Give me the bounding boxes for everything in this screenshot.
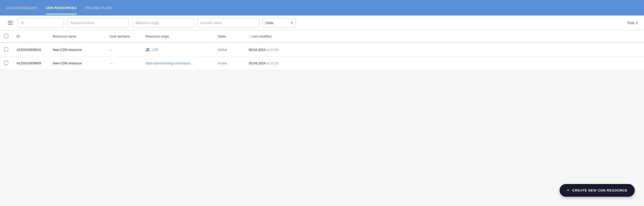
- row-last-modified: 08.04.2024 at 14:30: [245, 43, 644, 57]
- row-checkbox-0[interactable]: [4, 47, 8, 51]
- row-checkbox-1[interactable]: [4, 61, 8, 65]
- table-row: ACDN10009809New CDN resource— https://yo…: [0, 57, 644, 70]
- resource-origin-link[interactable]: https://yourhosting.com/anyca...: [146, 61, 210, 65]
- content-area: State Active Inactive ▼ Total: 2 ID Reso…: [0, 16, 644, 206]
- row-checkbox-cell[interactable]: [0, 57, 12, 70]
- modified-date: 05.04.2024: [249, 61, 266, 65]
- table-header-row: ID Resource name User domains Resource o…: [0, 30, 644, 43]
- resource-origin-filter-input[interactable]: [132, 18, 194, 27]
- modified-at: at: [267, 61, 269, 65]
- filter-toggle-button[interactable]: [6, 19, 14, 27]
- col-header-id: ID: [12, 30, 49, 43]
- group-icon: [146, 47, 151, 52]
- table-row: ACDN10009816New CDN resource— 123 Active…: [0, 43, 644, 57]
- filter-bar: State Active Inactive ▼ Total: 2: [0, 16, 644, 30]
- svg-point-3: [147, 48, 148, 50]
- row-state: Active: [214, 57, 245, 70]
- row-resource-name: New CDN resource: [49, 43, 105, 57]
- domain-name-filter-input[interactable]: [197, 18, 259, 27]
- modified-time: 14:30: [270, 48, 279, 52]
- row-id: ACDN10009816: [12, 43, 49, 57]
- select-all-checkbox[interactable]: [4, 34, 8, 38]
- col-header-last-modified[interactable]: ↓Last modified: [245, 30, 644, 43]
- row-resource-origin[interactable]: https://yourhosting.com/anyca...: [141, 57, 214, 70]
- table-body: ACDN10009816New CDN resource— 123 Active…: [0, 43, 644, 70]
- modified-time: 10:28: [270, 61, 279, 65]
- svg-point-4: [148, 48, 150, 49]
- row-user-domains: —: [105, 57, 141, 70]
- row-state: Active: [214, 43, 245, 57]
- row-resource-name: New CDN resource: [49, 57, 105, 70]
- svg-rect-2: [8, 24, 13, 25]
- col-header-resource-origin: Resource origin: [141, 30, 214, 43]
- create-button-label: CREATE NEW CDN RESOURCE: [572, 188, 627, 192]
- resource-origin-link[interactable]: 123: [146, 47, 210, 52]
- row-resource-origin[interactable]: 123: [141, 43, 214, 57]
- resources-table-container: ID Resource name User domains Resource o…: [0, 30, 644, 70]
- col-header-user-domains: User domains: [105, 30, 141, 43]
- row-user-domains: —: [105, 43, 141, 57]
- state-filter-select[interactable]: State Active Inactive: [262, 18, 296, 27]
- origin-text: https://yourhosting.com/anyca...: [146, 61, 193, 65]
- origin-text: 123: [152, 48, 158, 52]
- id-filter-input[interactable]: [18, 18, 64, 27]
- create-button-container: + CREATE NEW CDN RESOURCE: [560, 184, 635, 197]
- top-navigation: CDN DASHBOARD CDN RESOURCES PRICING PLAN…: [0, 0, 644, 16]
- modified-at: at: [267, 48, 269, 52]
- plus-icon: +: [567, 188, 570, 193]
- nav-cdn-dashboard[interactable]: CDN DASHBOARD: [6, 1, 37, 14]
- nav-cdn-resources[interactable]: CDN RESOURCES: [46, 1, 77, 14]
- row-id: ACDN10009809: [12, 57, 49, 70]
- svg-rect-1: [8, 22, 13, 23]
- modified-date: 08.04.2024: [249, 48, 266, 52]
- col-header-resource-name: Resource name: [49, 30, 105, 43]
- total-count-label: Total: 2: [627, 21, 638, 25]
- svg-rect-0: [8, 21, 13, 21]
- sort-down-icon: ↓: [249, 35, 250, 38]
- nav-pricing-plans[interactable]: PRICING PLANS: [85, 1, 113, 14]
- state-filter-wrapper: State Active Inactive ▼: [262, 18, 296, 27]
- resources-table: ID Resource name User domains Resource o…: [0, 30, 644, 70]
- row-checkbox-cell[interactable]: [0, 43, 12, 57]
- create-cdn-resource-button[interactable]: + CREATE NEW CDN RESOURCE: [560, 184, 635, 197]
- col-header-state: State: [214, 30, 245, 43]
- resource-name-filter-input[interactable]: [67, 18, 129, 27]
- row-last-modified: 05.04.2024 at 10:28: [245, 57, 644, 70]
- select-all-header[interactable]: [0, 30, 12, 43]
